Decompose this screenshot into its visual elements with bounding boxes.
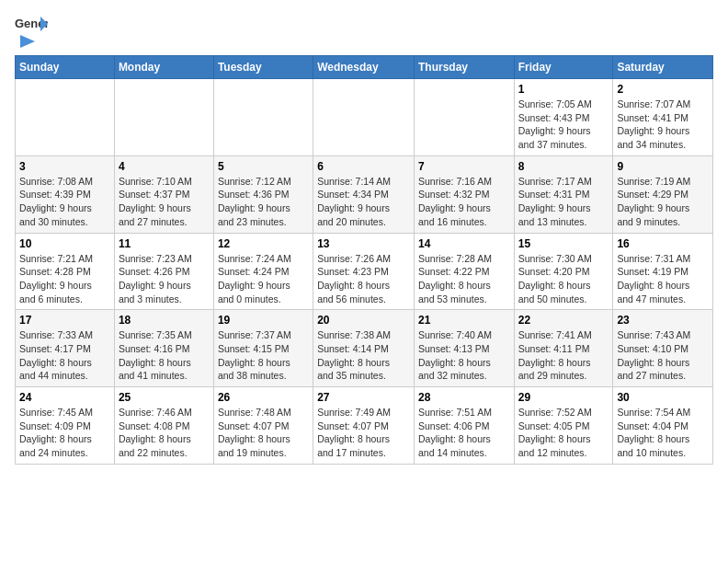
day-info: Sunrise: 7:08 AM Sunset: 4:39 PM Dayligh… — [19, 175, 110, 229]
day-number: 20 — [317, 314, 410, 327]
header-cell-sunday: Sunday — [16, 56, 115, 79]
day-cell: 24Sunrise: 7:45 AM Sunset: 4:09 PM Dayli… — [16, 387, 115, 465]
day-info: Sunrise: 7:40 AM Sunset: 4:13 PM Dayligh… — [418, 328, 510, 383]
day-info: Sunrise: 7:35 AM Sunset: 4:16 PM Dayligh… — [119, 328, 210, 383]
logo-arrow-icon — [17, 31, 37, 52]
calendar: SundayMondayTuesdayWednesdayThursdayFrid… — [15, 55, 713, 465]
day-number: 15 — [518, 237, 609, 250]
day-cell: 17Sunrise: 7:33 AM Sunset: 4:17 PM Dayli… — [16, 310, 115, 387]
day-info: Sunrise: 7:31 AM Sunset: 4:19 PM Dayligh… — [617, 252, 709, 306]
header: General — [15, 15, 713, 48]
day-info: Sunrise: 7:41 AM Sunset: 4:11 PM Dayligh… — [518, 328, 609, 383]
day-info: Sunrise: 7:33 AM Sunset: 4:17 PM Dayligh… — [19, 328, 110, 383]
day-number: 25 — [119, 391, 210, 404]
day-info: Sunrise: 7:52 AM Sunset: 4:05 PM Dayligh… — [518, 406, 609, 460]
day-info: Sunrise: 7:37 AM Sunset: 4:15 PM Dayligh… — [218, 328, 309, 383]
day-cell: 12Sunrise: 7:24 AM Sunset: 4:24 PM Dayli… — [213, 233, 313, 310]
day-cell: 30Sunrise: 7:54 AM Sunset: 4:04 PM Dayli… — [613, 387, 713, 465]
day-number: 13 — [317, 237, 410, 250]
day-info: Sunrise: 7:16 AM Sunset: 4:32 PM Dayligh… — [418, 175, 510, 229]
day-number: 16 — [617, 237, 709, 250]
day-info: Sunrise: 7:38 AM Sunset: 4:14 PM Dayligh… — [317, 328, 410, 383]
day-info: Sunrise: 7:17 AM Sunset: 4:31 PM Dayligh… — [518, 175, 609, 229]
day-number: 18 — [119, 314, 210, 327]
day-cell — [414, 79, 514, 156]
day-cell: 10Sunrise: 7:21 AM Sunset: 4:28 PM Dayli… — [16, 233, 115, 310]
day-number: 26 — [218, 391, 309, 404]
day-cell: 22Sunrise: 7:41 AM Sunset: 4:11 PM Dayli… — [514, 310, 613, 387]
day-cell: 8Sunrise: 7:17 AM Sunset: 4:31 PM Daylig… — [514, 155, 613, 233]
header-cell-wednesday: Wednesday — [313, 56, 415, 79]
day-info: Sunrise: 7:54 AM Sunset: 4:04 PM Dayligh… — [617, 406, 709, 460]
day-cell: 16Sunrise: 7:31 AM Sunset: 4:19 PM Dayli… — [613, 233, 713, 310]
day-info: Sunrise: 7:12 AM Sunset: 4:36 PM Dayligh… — [218, 175, 309, 229]
day-info: Sunrise: 7:14 AM Sunset: 4:34 PM Dayligh… — [317, 175, 410, 229]
day-cell: 3Sunrise: 7:08 AM Sunset: 4:39 PM Daylig… — [16, 155, 115, 233]
day-cell: 7Sunrise: 7:16 AM Sunset: 4:32 PM Daylig… — [414, 155, 514, 233]
header-cell-thursday: Thursday — [414, 56, 514, 79]
day-info: Sunrise: 7:07 AM Sunset: 4:41 PM Dayligh… — [617, 98, 709, 152]
day-cell: 9Sunrise: 7:19 AM Sunset: 4:29 PM Daylig… — [613, 155, 713, 233]
day-cell: 29Sunrise: 7:52 AM Sunset: 4:05 PM Dayli… — [514, 387, 613, 465]
header-row: SundayMondayTuesdayWednesdayThursdayFrid… — [16, 56, 713, 79]
day-cell: 28Sunrise: 7:51 AM Sunset: 4:06 PM Dayli… — [414, 387, 514, 465]
day-number: 1 — [518, 83, 609, 96]
day-cell: 18Sunrise: 7:35 AM Sunset: 4:16 PM Dayli… — [114, 310, 213, 387]
day-cell: 23Sunrise: 7:43 AM Sunset: 4:10 PM Dayli… — [613, 310, 713, 387]
day-cell: 19Sunrise: 7:37 AM Sunset: 4:15 PM Dayli… — [213, 310, 313, 387]
day-number: 14 — [418, 237, 510, 250]
day-info: Sunrise: 7:26 AM Sunset: 4:23 PM Dayligh… — [317, 252, 410, 306]
logo-icon: General — [15, 15, 48, 33]
week-row-2: 3Sunrise: 7:08 AM Sunset: 4:39 PM Daylig… — [16, 155, 713, 233]
day-info: Sunrise: 7:30 AM Sunset: 4:20 PM Dayligh… — [518, 252, 609, 306]
day-number: 22 — [518, 314, 609, 327]
day-cell: 5Sunrise: 7:12 AM Sunset: 4:36 PM Daylig… — [213, 155, 313, 233]
week-row-3: 10Sunrise: 7:21 AM Sunset: 4:28 PM Dayli… — [16, 233, 713, 310]
day-cell: 2Sunrise: 7:07 AM Sunset: 4:41 PM Daylig… — [613, 79, 713, 156]
calendar-header: SundayMondayTuesdayWednesdayThursdayFrid… — [16, 56, 713, 79]
day-info: Sunrise: 7:23 AM Sunset: 4:26 PM Dayligh… — [119, 252, 210, 306]
day-number: 11 — [119, 237, 210, 250]
day-info: Sunrise: 7:43 AM Sunset: 4:10 PM Dayligh… — [617, 328, 709, 383]
day-number: 28 — [418, 391, 510, 404]
day-number: 24 — [19, 391, 110, 404]
day-cell: 4Sunrise: 7:10 AM Sunset: 4:37 PM Daylig… — [114, 155, 213, 233]
day-info: Sunrise: 7:46 AM Sunset: 4:08 PM Dayligh… — [119, 406, 210, 460]
svg-marker-2 — [20, 35, 35, 48]
day-number: 4 — [119, 160, 210, 173]
day-number: 9 — [617, 160, 709, 173]
day-cell: 1Sunrise: 7:05 AM Sunset: 4:43 PM Daylig… — [514, 79, 613, 156]
day-info: Sunrise: 7:05 AM Sunset: 4:43 PM Dayligh… — [518, 98, 609, 152]
day-info: Sunrise: 7:24 AM Sunset: 4:24 PM Dayligh… — [218, 252, 309, 306]
day-cell — [313, 79, 415, 156]
day-cell — [114, 79, 213, 156]
day-cell: 20Sunrise: 7:38 AM Sunset: 4:14 PM Dayli… — [313, 310, 415, 387]
day-number: 23 — [617, 314, 709, 327]
day-number: 19 — [218, 314, 309, 327]
day-number: 17 — [19, 314, 110, 327]
header-cell-monday: Monday — [114, 56, 213, 79]
day-info: Sunrise: 7:48 AM Sunset: 4:07 PM Dayligh… — [218, 406, 309, 460]
day-info: Sunrise: 7:45 AM Sunset: 4:09 PM Dayligh… — [19, 406, 110, 460]
week-row-5: 24Sunrise: 7:45 AM Sunset: 4:09 PM Dayli… — [16, 387, 713, 465]
header-cell-tuesday: Tuesday — [213, 56, 313, 79]
day-number: 6 — [317, 160, 410, 173]
day-cell: 11Sunrise: 7:23 AM Sunset: 4:26 PM Dayli… — [114, 233, 213, 310]
day-cell: 13Sunrise: 7:26 AM Sunset: 4:23 PM Dayli… — [313, 233, 415, 310]
day-info: Sunrise: 7:28 AM Sunset: 4:22 PM Dayligh… — [418, 252, 510, 306]
header-cell-friday: Friday — [514, 56, 613, 79]
logo: General — [15, 15, 48, 48]
day-cell: 6Sunrise: 7:14 AM Sunset: 4:34 PM Daylig… — [313, 155, 415, 233]
day-cell — [16, 79, 115, 156]
week-row-1: 1Sunrise: 7:05 AM Sunset: 4:43 PM Daylig… — [16, 79, 713, 156]
day-cell: 27Sunrise: 7:49 AM Sunset: 4:07 PM Dayli… — [313, 387, 415, 465]
day-number: 27 — [317, 391, 410, 404]
day-number: 8 — [518, 160, 609, 173]
day-number: 2 — [617, 83, 709, 96]
day-number: 3 — [19, 160, 110, 173]
header-cell-saturday: Saturday — [613, 56, 713, 79]
day-number: 21 — [418, 314, 510, 327]
calendar-body: 1Sunrise: 7:05 AM Sunset: 4:43 PM Daylig… — [16, 79, 713, 465]
day-cell: 14Sunrise: 7:28 AM Sunset: 4:22 PM Dayli… — [414, 233, 514, 310]
day-number: 30 — [617, 391, 709, 404]
